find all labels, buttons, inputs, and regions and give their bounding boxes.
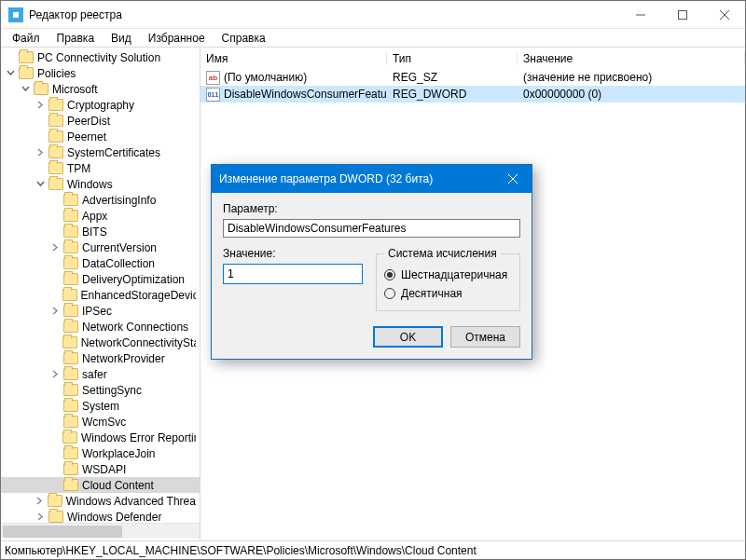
expander-none (49, 479, 62, 491)
chevron-right-icon[interactable] (49, 368, 62, 380)
expander-none (49, 463, 62, 475)
svg-rect-1 (678, 10, 686, 19)
tree-item[interactable]: NetworkConnectivityStatu (1, 335, 200, 350)
chevron-right-icon[interactable] (35, 99, 47, 111)
tree-item-label: Peernet (67, 130, 106, 143)
tree-item[interactable]: Windows Error Reporting (1, 430, 200, 445)
folder-icon (19, 67, 34, 79)
param-label: Параметр: (223, 202, 520, 215)
chevron-right-icon[interactable] (35, 495, 46, 507)
tree-horizontal-scrollbar[interactable] (1, 523, 200, 539)
tree-item[interactable]: Network Connections (1, 319, 200, 335)
tree-item[interactable]: PeerDist (1, 113, 200, 129)
maximize-button[interactable] (661, 1, 703, 29)
tree-item[interactable]: WorkplaceJoin (1, 445, 200, 461)
column-header-value[interactable]: Значение (518, 52, 745, 65)
tree-item[interactable]: safer (1, 366, 200, 382)
tree-item[interactable]: DeliveryOptimization (1, 271, 200, 287)
tree-item[interactable]: Cloud Content (1, 477, 200, 493)
list-cell-name: (По умолчанию) (224, 71, 307, 84)
close-button[interactable] (703, 1, 745, 29)
tree-item[interactable]: BITS (1, 224, 200, 239)
column-header-name[interactable]: Имя (200, 52, 387, 65)
chevron-right-icon[interactable] (35, 511, 47, 523)
list-columns: Имя Тип Значение (200, 48, 745, 69)
tree-item[interactable]: WSDAPI (1, 461, 200, 477)
folder-icon (63, 194, 78, 206)
tree-item[interactable]: TPM (1, 160, 200, 176)
chevron-down-icon[interactable] (35, 178, 47, 190)
tree-item[interactable]: EnhancedStorageDevices (1, 287, 200, 303)
folder-icon (63, 241, 78, 253)
tree-item[interactable]: Appx (1, 208, 200, 224)
menu-file[interactable]: Файл (5, 30, 48, 47)
list-row[interactable]: ab(По умолчанию)REG_SZ(значение не присв… (200, 69, 745, 86)
tree-item[interactable]: DataCollection (1, 255, 200, 271)
tree-item[interactable]: AdvertisingInfo (1, 192, 200, 208)
tree-item[interactable]: Windows Advanced Threat P (1, 493, 200, 509)
radio-hex[interactable]: Шестнадцатеричная (384, 266, 512, 284)
dialog-titlebar[interactable]: Изменение параметра DWORD (32 бита) (212, 165, 532, 193)
tree-item[interactable]: SettingSync (1, 382, 200, 398)
tree-item[interactable]: System (1, 398, 200, 414)
tree-item[interactable]: Windows (1, 176, 200, 192)
chevron-right-icon[interactable] (49, 305, 62, 317)
expander-none (49, 257, 62, 269)
menu-favorites[interactable]: Избранное (141, 30, 213, 47)
list-row[interactable]: 011DisableWindowsConsumerFeaturesREG_DWO… (200, 86, 745, 102)
folder-icon (63, 352, 78, 364)
tree-item[interactable]: Microsoft (1, 81, 200, 97)
tree-item[interactable]: Windows Defender (1, 509, 200, 523)
tree-item-label: safer (82, 368, 107, 381)
expander-none (49, 336, 61, 348)
menu-edit[interactable]: Правка (49, 30, 103, 47)
radio-hex-label: Шестнадцатеричная (401, 268, 507, 281)
column-header-type[interactable]: Тип (387, 52, 518, 65)
ok-button[interactable]: OK (373, 326, 443, 348)
radio-dec[interactable]: Десятичная (384, 284, 512, 303)
tree-panel[interactable]: PC Connectivity SolutionPoliciesMicrosof… (1, 48, 200, 540)
tree-item[interactable]: IPSec (1, 303, 200, 319)
tree-item[interactable]: PC Connectivity Solution (1, 49, 200, 65)
tree-item[interactable]: CurrentVersion (1, 239, 200, 255)
chevron-right-icon[interactable] (35, 146, 47, 158)
dialog-close-button[interactable] (494, 165, 532, 193)
expander-none (49, 225, 62, 238)
folder-icon (63, 321, 78, 333)
expander-none (35, 130, 47, 143)
tree-item-label: Microsoft (52, 83, 98, 96)
folder-icon (34, 83, 48, 95)
tree-item-label: EnhancedStorageDevices (81, 289, 196, 302)
folder-icon (19, 51, 34, 63)
menu-view[interactable]: Вид (104, 30, 139, 47)
dialog-title: Изменение параметра DWORD (32 бита) (219, 172, 433, 185)
tree-item[interactable]: SystemCertificates (1, 144, 200, 160)
chevron-right-icon[interactable] (49, 241, 62, 253)
minimize-button[interactable] (619, 1, 661, 29)
expander-none (49, 273, 62, 285)
folder-icon (62, 336, 77, 348)
param-name-value: DisableWindowsConsumerFeatures (228, 222, 406, 235)
status-bar: Компьютер\HKEY_LOCAL_MACHINE\SOFTWARE\Po… (1, 540, 745, 559)
base-fieldset: Система исчисления Шестнадцатеричная Дес… (376, 247, 520, 311)
value-input[interactable] (223, 264, 363, 284)
tree-item-label: NetworkProvider (82, 352, 165, 365)
tree-item[interactable]: Policies (1, 65, 200, 81)
list-cell-type: REG_DWORD (387, 88, 518, 101)
cancel-button[interactable]: Отмена (450, 326, 520, 348)
tree-item[interactable]: WcmSvc (1, 414, 200, 430)
tree-item[interactable]: Cryptography (1, 97, 200, 113)
list-cell-value: 0x00000000 (0) (518, 88, 745, 101)
chevron-down-icon[interactable] (5, 67, 17, 79)
menu-help[interactable]: Справка (214, 30, 273, 47)
tree-item-label: Policies (37, 67, 76, 80)
tree-item[interactable]: Peernet (1, 129, 200, 144)
radio-dec-indicator (384, 288, 395, 299)
tree-item[interactable]: NetworkProvider (1, 350, 200, 366)
chevron-down-icon[interactable] (20, 83, 32, 95)
window-title: Редактор реестра (29, 8, 122, 21)
radio-hex-indicator (384, 269, 395, 280)
expander-none (35, 115, 47, 127)
tree-item-label: DataCollection (82, 257, 155, 270)
expander-none (49, 210, 62, 222)
